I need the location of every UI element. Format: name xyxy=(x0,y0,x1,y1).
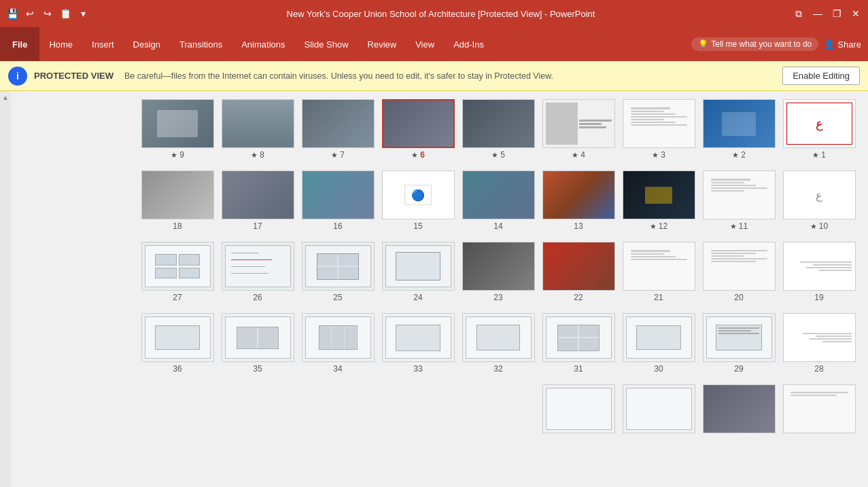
slide-item-32[interactable]: 32 xyxy=(460,313,536,374)
tab-slideshow[interactable]: Slide Show xyxy=(295,27,358,61)
slide-item-partial-c[interactable] xyxy=(701,384,777,433)
slide-thumb-7 xyxy=(302,99,375,148)
tab-animations[interactable]: Animations xyxy=(232,27,294,61)
slide-row-4: 36 35 xyxy=(22,313,857,374)
slide-item-15[interactable]: 🔵 15 xyxy=(380,170,456,231)
tab-design[interactable]: Design xyxy=(124,27,170,61)
dropdown-icon[interactable]: ▾ xyxy=(76,7,90,20)
slide-num-25: 25 xyxy=(333,293,342,302)
slide-item-6[interactable]: ★ 6 xyxy=(380,99,456,160)
slide-item-29[interactable]: 29 xyxy=(701,313,777,374)
slide-item-partial-a[interactable] xyxy=(540,384,617,433)
slide-item-16[interactable]: 16 xyxy=(300,170,376,231)
slide-item-8[interactable]: ★ 8 xyxy=(220,99,296,160)
tab-view[interactable]: View xyxy=(406,27,444,61)
slide-num-20: 20 xyxy=(734,293,743,302)
slide-num-24: 24 xyxy=(413,293,422,302)
tab-file[interactable]: File xyxy=(0,27,39,61)
slide-item-2[interactable]: ★ 2 xyxy=(701,99,777,160)
slide-item-4[interactable]: ★ 4 xyxy=(540,99,617,160)
tab-addins[interactable]: Add-Ins xyxy=(444,27,493,61)
slide-thumb-pd xyxy=(783,384,856,433)
slide-thumb-3 xyxy=(623,99,695,148)
slide-item-24[interactable]: 24 xyxy=(380,242,456,302)
slide-item-35[interactable]: 35 xyxy=(220,313,296,374)
close-icon[interactable]: ✕ xyxy=(849,7,863,20)
slide-meta-18: 18 xyxy=(139,221,215,231)
slide-item-10[interactable]: ع ★ 10 xyxy=(781,170,857,231)
lightbulb-icon: 💡 xyxy=(698,39,708,49)
slide-item-33[interactable]: 33 xyxy=(380,313,456,374)
slide-item-7[interactable]: ★ 7 xyxy=(300,99,376,160)
slide-meta-23: 23 xyxy=(460,293,536,302)
slide-item-18[interactable]: 18 xyxy=(139,170,215,231)
slide-num-31: 31 xyxy=(574,364,583,374)
slide-item-13[interactable]: 13 xyxy=(540,170,617,231)
redo-icon[interactable]: ↪ xyxy=(41,7,54,20)
slide-thumb-12 xyxy=(623,170,695,219)
slide-item-20[interactable]: 20 xyxy=(701,242,777,302)
slide-thumb-9 xyxy=(141,99,214,148)
slide-item-partial-d[interactable] xyxy=(781,384,857,433)
slide-item-5[interactable]: ★ 5 xyxy=(460,99,536,160)
slide-item-1[interactable]: ع ★ 1 xyxy=(781,99,857,160)
share-button[interactable]: 👤 Share xyxy=(824,39,861,50)
slide-thumb-2 xyxy=(703,99,776,148)
slide-thumb-24 xyxy=(382,242,455,291)
tab-transitions[interactable]: Transitions xyxy=(170,27,232,61)
tab-review[interactable]: Review xyxy=(358,27,406,61)
restore-down-icon[interactable]: ⧉ xyxy=(792,7,805,20)
slide-item-14[interactable]: 14 xyxy=(460,170,536,231)
minimize-icon[interactable]: — xyxy=(811,7,824,20)
slide-item-34[interactable]: 34 xyxy=(300,313,376,374)
slide-meta-13: 13 xyxy=(540,221,617,231)
slide-meta-27: 27 xyxy=(139,293,215,302)
slide-meta-28: 28 xyxy=(781,364,857,374)
protected-view-message: Be careful—files from the Internet can c… xyxy=(124,71,776,81)
slide-thumb-5 xyxy=(462,99,535,148)
slide-num-16: 16 xyxy=(333,221,342,231)
customize-icon[interactable]: 📋 xyxy=(58,7,72,20)
slide-grid[interactable]: ★ 9 ★ 8 ★ 7 xyxy=(11,91,868,487)
slide-item-25[interactable]: 25 xyxy=(300,242,376,302)
star-icon-10: ★ xyxy=(810,222,817,231)
slide-thumb-10: ع xyxy=(783,170,856,219)
tab-insert[interactable]: Insert xyxy=(82,27,124,61)
slide-item-31[interactable]: 31 xyxy=(540,313,617,374)
slide-num-4: 4 xyxy=(580,150,585,160)
star-icon-12: ★ xyxy=(650,222,657,231)
slide-meta-33: 33 xyxy=(380,364,456,374)
slide-item-3[interactable]: ★ 3 xyxy=(621,99,697,160)
slide-item-9[interactable]: ★ 9 xyxy=(139,99,215,160)
slide-thumb-8 xyxy=(222,99,294,148)
star-icon-9: ★ xyxy=(171,151,177,160)
slide-item-28[interactable]: 28 xyxy=(781,313,857,374)
slide-item-19[interactable]: 19 xyxy=(781,242,857,302)
slide-thumb-pc xyxy=(703,384,776,433)
slide-item-17[interactable]: 17 xyxy=(220,170,296,231)
slide-item-30[interactable]: 30 xyxy=(621,313,697,374)
slide-item-36[interactable]: 36 xyxy=(139,313,215,374)
slide-item-22[interactable]: 22 xyxy=(540,242,617,302)
slide-meta-35: 35 xyxy=(220,364,296,374)
slide-item-11[interactable]: ★ 11 xyxy=(701,170,777,231)
slide-item-partial-b[interactable] xyxy=(621,384,697,433)
slide-item-21[interactable]: 21 xyxy=(621,242,697,302)
save-icon[interactable]: 💾 xyxy=(5,7,19,20)
slide-item-12[interactable]: ★ 12 xyxy=(621,170,697,231)
slide-item-26[interactable]: 26 xyxy=(220,242,296,302)
slide-item-23[interactable]: 23 xyxy=(460,242,536,302)
undo-icon[interactable]: ↩ xyxy=(23,7,37,20)
slide-thumb-27 xyxy=(141,242,214,291)
slide-item-27[interactable]: 27 xyxy=(139,242,215,302)
tell-me-box[interactable]: 💡 Tell me what you want to do xyxy=(691,37,818,51)
tab-home[interactable]: Home xyxy=(39,27,82,61)
maximize-icon[interactable]: ❐ xyxy=(830,7,844,20)
enable-editing-button[interactable]: Enable Editing xyxy=(782,67,860,85)
slide-thumb-18 xyxy=(141,170,214,219)
title-bar: 💾 ↩ ↪ 📋 ▾ New York's Cooper Union School… xyxy=(0,0,868,27)
slide-thumb-22 xyxy=(542,242,615,291)
slide-meta-30: 30 xyxy=(621,364,697,374)
slide-thumb-13 xyxy=(542,170,615,219)
slide-meta-32: 32 xyxy=(460,364,536,374)
